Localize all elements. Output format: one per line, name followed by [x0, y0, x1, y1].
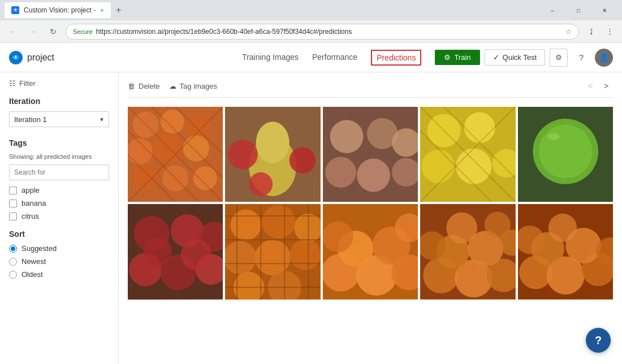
svg-point-54 — [262, 206, 296, 239]
nav-tabs: Training Images Performance Predictions — [242, 50, 421, 66]
svg-point-7 — [132, 165, 158, 191]
tags-section: Tags Showing: all predicted images apple… — [9, 138, 109, 220]
showing-label: Showing: all predicted images — [9, 153, 109, 160]
radio-newest[interactable] — [9, 258, 17, 266]
help-button[interactable]: ? — [572, 49, 590, 67]
image-cell-1[interactable] — [128, 107, 223, 202]
reload-button[interactable]: ↻ — [45, 24, 61, 40]
new-tab-button[interactable]: + — [111, 2, 127, 18]
svg-point-95 — [548, 214, 577, 242]
iteration-title: Iteration — [9, 97, 109, 106]
tag-icon: ☁ — [169, 82, 176, 90]
tag-images-button[interactable]: ☁ Tag images — [169, 80, 217, 93]
maximize-button[interactable]: □ — [565, 0, 591, 20]
iteration-select[interactable]: Iteration 1 Iteration 2 — [9, 111, 109, 127]
next-page-button[interactable]: > — [599, 79, 613, 93]
back-button[interactable]: ← — [5, 24, 20, 40]
tag-apple[interactable]: apple — [9, 186, 109, 194]
main-layout: ☷ Filter Iteration Iteration 1 Iteration… — [0, 72, 622, 364]
checkbox-citrus[interactable] — [9, 213, 17, 220]
svg-point-26 — [325, 157, 356, 188]
floating-help-icon: ? — [595, 334, 602, 347]
sort-title: Sort — [9, 229, 109, 239]
radio-suggested[interactable] — [9, 245, 17, 253]
tab-performance[interactable]: Performance — [312, 50, 357, 65]
sort-oldest[interactable]: Oldest — [9, 270, 109, 279]
sort-suggested[interactable]: Suggested — [9, 244, 109, 253]
star-icon[interactable]: ☆ — [565, 28, 572, 36]
eye-icon: 👁 — [12, 54, 19, 62]
prev-page-button[interactable]: < — [584, 79, 597, 93]
svg-point-57 — [255, 240, 291, 276]
svg-point-58 — [290, 240, 321, 271]
avatar[interactable]: 👤 — [595, 49, 613, 67]
logo-icon: 👁 — [9, 51, 23, 64]
project-name: project — [27, 53, 54, 63]
tab-predictions[interactable]: Predictions — [371, 50, 421, 66]
fruit-svg-9 — [420, 204, 515, 299]
trash-icon: 🗑 — [128, 82, 135, 90]
browser-tab[interactable]: 👁 Custom Vision: project - × — [5, 2, 111, 18]
image-cell-4[interactable] — [420, 107, 515, 202]
filter-header[interactable]: ☷ Filter — [9, 79, 109, 88]
train-label: Train — [454, 53, 470, 62]
settings-gear-icon: ⚙ — [555, 53, 562, 62]
quick-test-button[interactable]: ✓ Quick Test — [485, 49, 545, 66]
tag-banana[interactable]: banana — [9, 199, 109, 207]
image-cell-5[interactable] — [518, 107, 613, 202]
fruit-svg-1 — [128, 107, 223, 202]
tab-close-icon[interactable]: × — [100, 7, 103, 14]
settings-button[interactable]: ⚙ — [550, 49, 568, 67]
search-input[interactable] — [9, 164, 109, 180]
image-cell-8[interactable] — [323, 204, 418, 299]
windows-btn[interactable]: ⦎ — [584, 24, 599, 40]
svg-point-32 — [421, 150, 455, 183]
pagination: < > — [584, 79, 613, 93]
svg-point-50 — [143, 237, 172, 266]
svg-point-31 — [464, 112, 495, 143]
image-cell-3[interactable] — [323, 107, 418, 202]
sort-section: Sort Suggested Newest Oldest — [9, 229, 109, 279]
delete-button[interactable]: 🗑 Delete — [128, 80, 160, 93]
minimize-button[interactable]: – — [539, 0, 565, 20]
svg-point-41 — [538, 125, 592, 179]
tag-citrus[interactable]: citrus — [9, 212, 109, 220]
tab-training-images[interactable]: Training Images — [242, 50, 299, 65]
iteration-dropdown-wrapper: Iteration 1 Iteration 2 ▼ — [9, 111, 109, 127]
fruit-svg-6 — [128, 204, 223, 299]
svg-point-42 — [547, 133, 559, 140]
image-cell-2[interactable] — [225, 107, 320, 202]
svg-point-18 — [256, 122, 290, 163]
floating-help-button[interactable]: ? — [586, 328, 611, 353]
svg-point-19 — [228, 140, 258, 170]
fruit-svg-4 — [420, 107, 515, 202]
svg-point-85 — [446, 213, 477, 244]
checkbox-banana[interactable] — [9, 200, 17, 207]
train-button[interactable]: ⚙ Train — [435, 50, 480, 65]
checkbox-apple[interactable] — [9, 187, 17, 194]
image-cell-9[interactable] — [420, 204, 515, 299]
close-button[interactable]: ✕ — [591, 0, 617, 20]
delete-label: Delete — [139, 82, 160, 90]
sort-oldest-label: Oldest — [21, 270, 43, 279]
radio-oldest[interactable] — [9, 271, 17, 279]
svg-point-5 — [152, 134, 181, 163]
check-icon: ✓ — [493, 53, 499, 62]
sort-newest[interactable]: Newest — [9, 257, 109, 266]
image-cell-6[interactable] — [128, 204, 223, 299]
quick-test-label: Quick Test — [503, 53, 537, 62]
url-bar[interactable]: Secure https://customvision.ai/projects/… — [66, 24, 579, 40]
fruit-svg-7 — [225, 204, 320, 299]
image-cell-7[interactable] — [225, 204, 320, 299]
more-btn[interactable]: ⋮ — [602, 24, 617, 40]
address-bar: ← → ↻ Secure https://customvision.ai/pro… — [0, 20, 622, 43]
svg-point-9 — [193, 166, 217, 190]
app-logo: 👁 project — [9, 51, 54, 64]
filter-label: Filter — [19, 79, 36, 88]
image-cell-10[interactable] — [518, 204, 613, 299]
person-icon: 👤 — [599, 53, 609, 62]
window-controls: – □ ✕ — [539, 0, 617, 20]
tag-citrus-label: citrus — [21, 212, 39, 220]
forward-button[interactable]: → — [25, 24, 41, 40]
fruit-svg-8 — [323, 204, 418, 299]
